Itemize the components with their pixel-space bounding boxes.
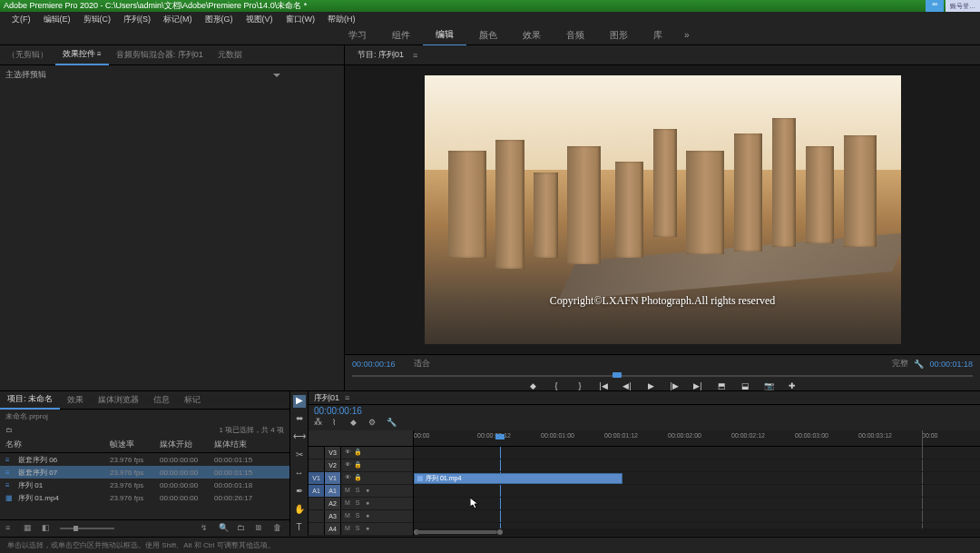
track-lane-a1[interactable] <box>414 485 980 498</box>
menu-item[interactable]: 图形(G) <box>199 12 240 25</box>
project-tab[interactable]: 标记 <box>177 391 208 409</box>
snap-icon[interactable]: ⁂ <box>314 418 325 429</box>
source-patch[interactable] <box>309 523 325 535</box>
track-target[interactable]: V2 <box>325 459 341 471</box>
solo-icon[interactable]: S <box>353 499 362 509</box>
auto-sequence-icon[interactable]: ↯ <box>201 523 211 534</box>
col-fps[interactable]: 帧速率 <box>110 439 160 450</box>
freeform-view-icon[interactable]: ◧ <box>42 523 53 534</box>
program-timecode-left[interactable]: 00:00:00:16 <box>352 360 396 369</box>
project-item[interactable]: ▦序列 01.mp423.976 fps00:00:00:0000:00:26:… <box>0 491 289 504</box>
find-icon[interactable]: 🔍 <box>219 523 230 534</box>
track-target[interactable]: A3 <box>325 510 341 522</box>
mute-icon[interactable]: M <box>343 525 352 534</box>
scrubber-head[interactable] <box>612 372 622 378</box>
menu-item[interactable]: 编辑(E) <box>37 12 77 25</box>
resolution-full[interactable]: 完整 <box>892 358 908 370</box>
toggle-output-icon[interactable]: 👁 <box>343 449 352 458</box>
zoom-slider[interactable] <box>60 528 114 529</box>
voiceover-icon[interactable]: ● <box>363 525 372 534</box>
toggle-lock-icon[interactable]: 🔒 <box>353 449 362 458</box>
menu-item[interactable]: 序列(S) <box>117 12 157 25</box>
workspace-tab[interactable]: 颜色 <box>466 25 510 45</box>
menu-item[interactable]: 帮助(H) <box>321 12 362 25</box>
program-scrubber[interactable] <box>352 372 973 380</box>
project-tab[interactable]: 信息 <box>146 391 177 409</box>
voiceover-icon[interactable]: ● <box>363 499 372 509</box>
workspace-tab[interactable]: 编辑 <box>423 25 466 46</box>
video-track-header[interactable]: V2👁🔒 <box>309 459 413 472</box>
track-target[interactable]: V3 <box>325 447 341 459</box>
source-tab[interactable]: 音频剪辑混合器: 序列01 <box>109 45 211 64</box>
col-name[interactable]: 名称 <box>5 439 110 450</box>
pen-tool-icon[interactable]: ✒ <box>293 486 306 499</box>
timeline-timecode[interactable]: 00:00:00:16 <box>314 406 362 416</box>
track-lane-v3[interactable] <box>414 447 980 459</box>
program-monitor[interactable]: Copyright©LXAFN Photograph.All rights re… <box>345 65 980 354</box>
bin-icon[interactable]: 🗀 <box>5 426 13 434</box>
panel-menu-icon[interactable]: ≡ <box>413 51 417 60</box>
track-lane-v2[interactable] <box>414 459 980 472</box>
col-out[interactable]: 媒体结束 <box>214 439 269 450</box>
project-item[interactable]: ≡嵌套序列 0623.976 fps00:00:00:0000:00:01:15 <box>0 453 289 466</box>
program-timecode-right[interactable]: 00:00:01:18 <box>929 360 973 369</box>
source-patch[interactable]: A1 <box>309 485 325 497</box>
toggle-output-icon[interactable]: 👁 <box>343 474 352 483</box>
source-selector[interactable]: 主选择预辑 <box>5 69 46 81</box>
settings-icon[interactable]: 🔧 <box>914 360 924 369</box>
mute-icon[interactable]: M <box>343 512 352 521</box>
workspace-tab[interactable]: 图形 <box>597 25 641 45</box>
audio-track-header[interactable]: A3MS● <box>309 510 413 523</box>
project-tab[interactable]: 效果 <box>60 391 91 409</box>
ripple-tool-icon[interactable]: ⟷ <box>293 431 306 444</box>
menu-item[interactable]: 文(F) <box>5 12 37 25</box>
source-tab[interactable]: 元数据 <box>211 45 250 64</box>
track-lane-v1[interactable]: 序列 01.mp4 <box>414 472 980 485</box>
track-lane-a3[interactable] <box>414 510 980 523</box>
mute-icon[interactable]: M <box>343 487 352 496</box>
track-target[interactable]: A4 <box>325 523 341 535</box>
workspace-tab[interactable]: 学习 <box>336 25 379 45</box>
workspace-tab[interactable]: 效果 <box>510 25 554 45</box>
toggle-output-icon[interactable]: 👁 <box>343 461 352 470</box>
overflow-icon[interactable]: » <box>675 26 699 44</box>
solo-icon[interactable]: S <box>353 525 362 534</box>
link-icon[interactable]: ⌇ <box>332 418 343 429</box>
track-lane-a2[interactable] <box>414 498 980 510</box>
zoom-in-handle[interactable] <box>497 529 503 535</box>
program-tab[interactable]: 节目: 序列01 <box>352 45 409 64</box>
solo-icon[interactable]: S <box>353 512 362 521</box>
track-select-tool-icon[interactable]: ⬌ <box>293 413 306 426</box>
voiceover-icon[interactable]: ● <box>363 487 372 496</box>
source-patch[interactable] <box>309 510 325 522</box>
audio-track-header[interactable]: A2MS● <box>309 498 413 510</box>
workspace-tab[interactable]: 库 <box>641 25 675 45</box>
audio-track-header[interactable]: A1A1MS● <box>309 485 413 498</box>
workspace-tab[interactable]: 音频 <box>554 25 597 45</box>
settings-icon[interactable]: ⚙ <box>368 418 379 429</box>
track-target[interactable]: V1 <box>325 472 341 484</box>
track-target[interactable]: A1 <box>325 485 341 497</box>
video-track-header[interactable]: V3👁🔒 <box>309 447 413 459</box>
panel-menu-icon[interactable]: ≡ <box>345 393 349 402</box>
workspace-tab[interactable]: 组件 <box>379 25 423 45</box>
icon-view-icon[interactable]: ▦ <box>24 523 34 534</box>
video-track-header[interactable]: V1V1👁🔒 <box>309 472 413 485</box>
source-patch[interactable] <box>309 447 325 459</box>
voiceover-icon[interactable]: ● <box>363 512 372 521</box>
selection-tool-icon[interactable]: ▶ <box>293 395 306 408</box>
source-patch[interactable] <box>309 459 325 471</box>
source-patch[interactable] <box>309 498 325 509</box>
hand-tool-icon[interactable]: ✋ <box>293 504 306 517</box>
project-tab[interactable]: 媒体浏览器 <box>91 391 146 409</box>
toggle-lock-icon[interactable]: 🔒 <box>353 474 362 483</box>
solo-icon[interactable]: S <box>353 487 362 496</box>
slip-tool-icon[interactable]: ↔ <box>293 468 306 480</box>
cloud-sync-icon[interactable]: ∞ <box>926 0 944 12</box>
zoom-fit[interactable]: 适合 <box>414 358 430 370</box>
source-patch[interactable]: V1 <box>309 472 325 484</box>
marker-icon[interactable]: ◆ <box>350 418 361 429</box>
sequence-tab[interactable]: 序列01 <box>314 392 339 404</box>
mute-icon[interactable]: M <box>343 499 352 509</box>
delete-icon[interactable]: 🗑 <box>273 523 284 534</box>
